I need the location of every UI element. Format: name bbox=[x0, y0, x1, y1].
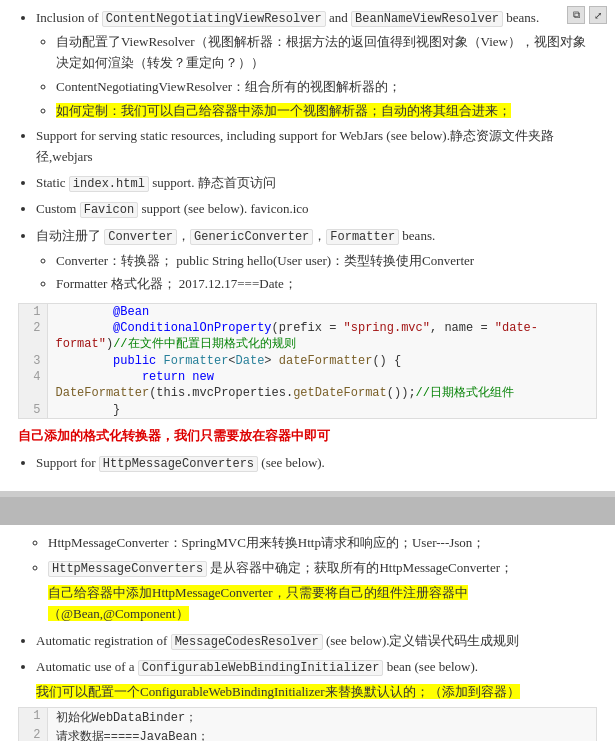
top-section: ⧉ ⤢ Inclusion of ContentNegotiatingViewR… bbox=[0, 0, 615, 497]
custom-text: Custom bbox=[36, 201, 80, 216]
support-text: Support for bbox=[36, 455, 99, 470]
sub-list-2: Converter：转换器； public String hello(User … bbox=[56, 251, 597, 296]
code-cwbi: ConfigurableWebBindingInitializer bbox=[138, 660, 384, 676]
page-wrapper: ⧉ ⤢ Inclusion of ContentNegotiatingViewR… bbox=[0, 0, 615, 741]
list-item-2: Support for serving static resources, in… bbox=[36, 126, 597, 168]
bottom-section: HttpMessageConverter：SpringMVC用来转换Http请求… bbox=[0, 525, 615, 741]
code-favicon: Favicon bbox=[80, 202, 138, 218]
bottom-item-2: Automatic use of a ConfigurableWebBindin… bbox=[36, 657, 597, 678]
list-item-1: Inclusion of ContentNegotiatingViewResol… bbox=[36, 8, 597, 121]
text-inclusion: Inclusion of ContentNegotiatingViewResol… bbox=[36, 10, 539, 25]
list-item-5: 自动注册了 Converter，GenericConverter，Formatt… bbox=[36, 226, 597, 295]
code-row-2: 2 @ConditionalOnProperty(prefix = "sprin… bbox=[19, 320, 596, 353]
code-cnvr: ContentNegotiatingViewResolver bbox=[102, 11, 326, 27]
code-index: index.html bbox=[69, 176, 149, 192]
code-row-4: 4 return new DateFormatter(this.mvcPrope… bbox=[19, 369, 596, 402]
code-line-5: } bbox=[47, 402, 596, 418]
code-line-1: @Bean bbox=[47, 304, 596, 320]
code-gconv: GenericConverter bbox=[190, 229, 313, 245]
list-item-4: Custom Favicon support (see below). favi… bbox=[36, 199, 597, 220]
auto-use-after: bean (see below). bbox=[383, 659, 478, 674]
highlight-2: 自己给容器中添加HttpMessageConverter，只需要将自己的组件注册… bbox=[48, 585, 468, 621]
code-mcr: MessageCodesResolver bbox=[171, 634, 323, 650]
line2-num-2: 2 bbox=[19, 727, 47, 741]
static-text: Static bbox=[36, 175, 69, 190]
custom-text-after: support (see below). favicon.ico bbox=[138, 201, 308, 216]
formatter-item: Formatter 格式化器； 2017.12.17===Date； bbox=[56, 274, 597, 295]
line-num-2: 2 bbox=[19, 320, 47, 353]
expand-icon[interactable]: ⤢ bbox=[589, 6, 607, 24]
support-text-after: (see below). bbox=[258, 455, 325, 470]
code-table: 1 @Bean 2 @ConditionalOnProperty(prefix … bbox=[19, 304, 596, 418]
code-line-2: @ConditionalOnProperty(prefix = "spring.… bbox=[47, 320, 596, 353]
bottom-item-1: Automatic registration of MessageCodesRe… bbox=[36, 631, 597, 652]
top-list-3: Support for HttpMessageConverters (see b… bbox=[36, 453, 597, 474]
code2-line-2: 请求数据=====JavaBean； bbox=[47, 727, 596, 741]
bottom-sub-3: 自己给容器中添加HttpMessageConverter，只需要将自己的组件注册… bbox=[48, 583, 597, 625]
icon-area: ⧉ ⤢ bbox=[567, 6, 607, 24]
bottom-sub-1: HttpMessageConverter：SpringMVC用来转换Http请求… bbox=[48, 533, 597, 554]
bottom-sub-2: HttpMessageConverters 是从容器中确定；获取所有的HttpM… bbox=[48, 558, 597, 579]
code-row-5: 5 } bbox=[19, 402, 596, 418]
line-num-5: 5 bbox=[19, 402, 47, 418]
auto-reg-msg: Automatic registration of bbox=[36, 633, 171, 648]
code-line-3: public Formatter<Date> dateFormatter() { bbox=[47, 353, 596, 369]
line-num-1: 1 bbox=[19, 304, 47, 320]
code2-line-1: 初始化WebDataBinder； bbox=[47, 708, 596, 727]
line-num-3: 3 bbox=[19, 353, 47, 369]
auto-use-text: Automatic use of a bbox=[36, 659, 138, 674]
sub-item-2: ContentNegotiatingViewResolver：组合所有的视图解析… bbox=[56, 77, 597, 98]
static-text-after: support. 静态首页访问 bbox=[149, 175, 276, 190]
code-table-2: 1 初始化WebDataBinder； 2 请求数据=====JavaBean； bbox=[19, 708, 596, 741]
highlight-1: 如何定制：我们可以自己给容器中添加一个视图解析器；自动的将其组合进来； bbox=[56, 103, 511, 118]
hmcs-after: 是从容器中确定；获取所有的HttpMessageConverter； bbox=[207, 560, 513, 575]
sub-item-1: 自动配置了ViewResolver（视图解析器：根据方法的返回值得到视图对象（V… bbox=[56, 32, 597, 74]
code-block-1: 1 @Bean 2 @ConditionalOnProperty(prefix … bbox=[18, 303, 597, 419]
sub-list-1: 自动配置了ViewResolver（视图解析器：根据方法的返回值得到视图对象（V… bbox=[56, 32, 597, 121]
list-item-3: Static index.html support. 静态首页访问 bbox=[36, 173, 597, 194]
code-hmc: HttpMessageConverters bbox=[99, 456, 258, 472]
code-conv: Converter bbox=[104, 229, 177, 245]
auto-reg-msg-after: (see below).定义错误代码生成规则 bbox=[323, 633, 520, 648]
code-bnvr: BeanNameViewResolver bbox=[351, 11, 503, 27]
code-row-3: 3 public Formatter<Date> dateFormatter()… bbox=[19, 353, 596, 369]
code-hmcs: HttpMessageConverters bbox=[48, 561, 207, 577]
copy-icon[interactable]: ⧉ bbox=[567, 6, 585, 24]
line-num-4: 4 bbox=[19, 369, 47, 402]
code2-row-2: 2 请求数据=====JavaBean； bbox=[19, 727, 596, 741]
list-item-6: Support for HttpMessageConverters (see b… bbox=[36, 453, 597, 474]
code-fmt: Formatter bbox=[326, 229, 399, 245]
auto-reg-after: beans. bbox=[399, 228, 435, 243]
top-list-2: 自动注册了 Converter，GenericConverter，Formatt… bbox=[36, 226, 597, 295]
sub-item-3: 如何定制：我们可以自己给容器中添加一个视图解析器；自动的将其组合进来； bbox=[56, 101, 597, 122]
note-text-1: 自己添加的格式化转换器，我们只需要放在容器中即可 bbox=[18, 427, 597, 445]
code-row-1: 1 @Bean bbox=[19, 304, 596, 320]
code-block-2: 1 初始化WebDataBinder； 2 请求数据=====JavaBean； bbox=[18, 707, 597, 741]
section-divider bbox=[0, 497, 615, 525]
highlight-3: 我们可以配置一个ConfigurableWebBindingInitialize… bbox=[36, 684, 520, 699]
hmc-text: HttpMessageConverter：SpringMVC用来转换Http请求… bbox=[48, 535, 485, 550]
bottom-list-outer: HttpMessageConverter：SpringMVC用来转换Http请求… bbox=[48, 533, 597, 625]
top-list: Inclusion of ContentNegotiatingViewResol… bbox=[36, 8, 597, 220]
code2-row-1: 1 初始化WebDataBinder； bbox=[19, 708, 596, 727]
auto-reg-text: 自动注册了 bbox=[36, 228, 104, 243]
bottom-main-list: Automatic registration of MessageCodesRe… bbox=[36, 631, 597, 678]
code-line-4: return new DateFormatter(this.mvcPropert… bbox=[47, 369, 596, 402]
converter-item: Converter：转换器； public String hello(User … bbox=[56, 251, 597, 272]
line2-num-1: 1 bbox=[19, 708, 47, 727]
